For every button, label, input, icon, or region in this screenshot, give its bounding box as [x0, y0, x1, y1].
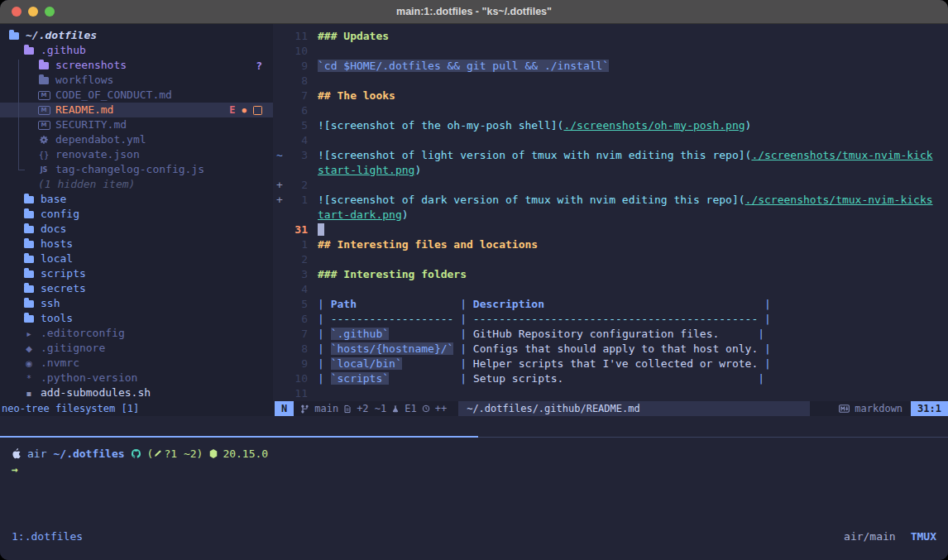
line-text [318, 223, 324, 236]
git-diff-counts: +2 ~1 [357, 403, 386, 414]
tree-item-label: .gitignore [41, 341, 105, 356]
neotree-statusline: neo-tree filesystem [1] [0, 401, 275, 416]
cursor-block [318, 223, 324, 236]
editor-line[interactable]: 11### Updates [273, 28, 948, 43]
editor-line[interactable]: 4 [273, 132, 948, 147]
minimize-button[interactable] [28, 7, 38, 17]
folder-icon [23, 256, 35, 263]
zoom-button[interactable] [45, 7, 55, 17]
editor-line[interactable]: 4 [273, 281, 948, 296]
command-line [0, 416, 948, 436]
tree-item-label: hosts [41, 237, 73, 251]
close-button[interactable] [12, 7, 22, 17]
line-number: 6 [290, 313, 308, 325]
traffic-lights [12, 0, 55, 23]
neo-tree-sidebar: ~/.dotfiles.githubscreenshots?workflowsM… [0, 24, 273, 401]
folder-open-icon [23, 47, 35, 55]
tree-item-workflows[interactable]: workflows [0, 73, 273, 88]
editor-line[interactable]: 11 [273, 385, 948, 400]
line-text: ### Interesting folders [318, 268, 467, 280]
prompt-arrow: → [12, 463, 18, 476]
folder-icon [23, 211, 35, 218]
untracked-badge: ? [256, 60, 262, 72]
line-number: 8 [290, 74, 308, 87]
tree-item-gitignore[interactable]: ◆.gitignore [0, 341, 273, 356]
tree-item-scripts[interactable]: scripts [0, 266, 273, 281]
editor-line[interactable]: +1![screenshot of dark version of tmux w… [273, 192, 948, 207]
prompt-git-status: (?1 ~2) [147, 448, 203, 460]
tree-item-base[interactable]: base [0, 192, 273, 207]
tree-item-badges: E● [229, 104, 273, 116]
line-number: 4 [290, 134, 308, 146]
tree-item-editorconfig[interactable]: ▸.editorconfig [0, 326, 273, 341]
tree-item-config[interactable]: config [0, 207, 273, 222]
editor-line[interactable]: 6 [273, 103, 948, 117]
github-icon [132, 449, 141, 458]
gutter-sign: + [273, 194, 290, 206]
tree-item-secrets[interactable]: secrets [0, 281, 273, 296]
tree-item-ssh[interactable]: ssh [0, 296, 273, 311]
editor-line[interactable]: 2 [273, 251, 948, 266]
editor-line[interactable]: start-light.png) [273, 162, 948, 177]
editor-line[interactable]: 10| `scripts` | Setup scripts. | [273, 371, 948, 385]
editor-line[interactable]: 1## Interesting files and locations [273, 237, 948, 251]
tree-item-nvmrc[interactable]: ◉.nvmrc [0, 356, 273, 371]
editor-line[interactable]: tart-dark.png) [273, 207, 948, 222]
lualine-statusline: N main+2 ~1E1++ ~/.dotfiles/.github/READ… [275, 401, 948, 416]
shell-icon: ▪ [23, 389, 35, 398]
tree-item-label: tag-changelog-config.js [55, 162, 204, 177]
editor-line[interactable]: 8| `hosts/{hostname}/` | Configs that sh… [273, 341, 948, 356]
folder-icon [38, 77, 50, 84]
editor-line[interactable]: 7## The looks [273, 88, 948, 103]
tree-item-tag-changelog-config-js[interactable]: JStag-changelog-config.js [0, 162, 273, 177]
editor-line[interactable]: 3### Interesting folders [273, 266, 948, 281]
tree-item-add-submodules-sh[interactable]: ▪add-submodules.sh [0, 385, 273, 400]
editor-line[interactable]: ~3![screenshot of light version of tmux … [273, 147, 948, 162]
modified-dot-badge: ● [242, 106, 247, 114]
line-number: 11 [290, 30, 308, 42]
tree-item-label: screenshots [55, 58, 127, 73]
tree-item-screenshots[interactable]: screenshots? [0, 58, 273, 73]
cursor-position: 31:1 [911, 401, 948, 416]
editor-line[interactable]: 10 [273, 43, 948, 58]
diagnostics-count: E1 [405, 403, 416, 414]
tree-item-tools[interactable]: tools [0, 311, 273, 326]
tree-item-code-of-conduct-md[interactable]: MCODE_OF_CONDUCT.md [0, 88, 273, 103]
editor-line[interactable]: 9`cd $HOME/.dotfiles && git pull && ./in… [273, 58, 948, 73]
tree-item-label: README.md [55, 103, 113, 117]
editor-line[interactable]: 7| `.github` | GitHub Repository configu… [273, 326, 948, 341]
tree-item-python-version[interactable]: *.python-version [0, 371, 273, 385]
folder-icon [38, 62, 50, 69]
folder-open-icon [8, 32, 20, 40]
editor-line[interactable]: 6| ------------------- | ---------------… [273, 311, 948, 326]
editor-line[interactable]: 9| `local/bin` | Helper scripts that I'v… [273, 356, 948, 371]
tree-item-label: dependabot.yml [55, 132, 146, 147]
editor-line[interactable]: 31 [273, 222, 948, 237]
editor-line[interactable]: 8 [273, 73, 948, 88]
tree-item-docs[interactable]: docs [0, 222, 273, 237]
tree-item-github[interactable]: .github [0, 43, 273, 58]
tree-item-hosts[interactable]: hosts [0, 237, 273, 251]
tree-item-security-md[interactable]: MSECURITY.md [0, 117, 273, 132]
tree-item-readme-md[interactable]: MREADME.mdE● [0, 103, 273, 117]
line-text: ![screenshot of dark version of tmux wit… [318, 194, 933, 206]
editor-pane[interactable]: 11### Updates109`cd $HOME/.dotfiles && g… [273, 24, 948, 401]
tmux-window-label[interactable]: 1:.dotfiles [12, 530, 83, 543]
tree-item-1-hidden-item[interactable]: (1 hidden item) [0, 177, 273, 192]
line-number: 10 [290, 45, 308, 57]
tree-item-label: ~/.dotfiles [26, 28, 97, 43]
editor-line[interactable]: 5| Path | Description | [273, 296, 948, 311]
editorconfig-icon: ▸ [23, 329, 35, 338]
tree-item-local[interactable]: local [0, 251, 273, 266]
line-number: 31 [290, 223, 308, 236]
tree-item-dependabot-yml[interactable]: dependabot.yml [0, 132, 273, 147]
tree-item-label: .nvmrc [41, 356, 79, 371]
line-number: 3 [290, 149, 308, 161]
tree-item-renovate-json[interactable]: {}renovate.json [0, 147, 273, 162]
tree-item-dotfiles[interactable]: ~/.dotfiles [0, 28, 273, 43]
editor-line[interactable]: 5![screenshot of the oh-my-posh shell](.… [273, 117, 948, 132]
editor-line[interactable]: +2 [273, 177, 948, 192]
terminal-pane[interactable]: air ~/.dotfiles (?1 ~2) 20.15.0 → [0, 438, 948, 524]
line-text: | ------------------- | ----------------… [318, 313, 771, 325]
node-version: 20.15.0 [223, 448, 268, 460]
